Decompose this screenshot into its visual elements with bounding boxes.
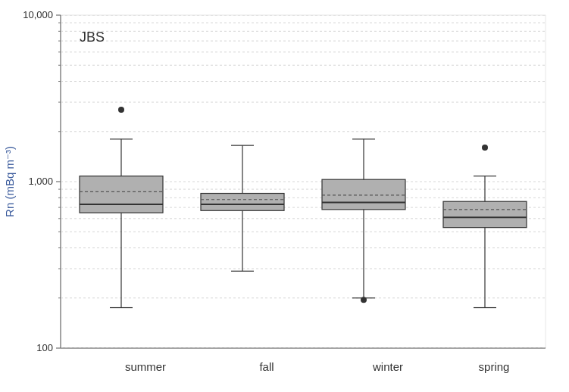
svg-point-42 [361, 297, 367, 303]
y-axis-title: Rn (mBq m⁻³) [3, 146, 16, 217]
svg-text:1,000: 1,000 [28, 176, 53, 187]
chart-svg: // We'll compute in the main script belo… [0, 0, 569, 392]
x-label-spring: spring [479, 360, 510, 373]
svg-rect-28 [201, 194, 284, 211]
chart-title: JBS [80, 30, 105, 45]
x-label-summer: summer [125, 360, 166, 373]
x-label-winter: winter [372, 360, 403, 373]
svg-rect-35 [322, 179, 405, 210]
svg-point-27 [118, 107, 124, 113]
svg-rect-43 [443, 201, 527, 227]
svg-text:10,000: 10,000 [23, 9, 53, 20]
svg-rect-20 [80, 176, 163, 213]
svg-point-50 [482, 145, 488, 151]
chart-container: // We'll compute in the main script belo… [0, 0, 569, 392]
svg-text:100: 100 [36, 342, 53, 353]
x-label-fall: fall [259, 360, 274, 373]
